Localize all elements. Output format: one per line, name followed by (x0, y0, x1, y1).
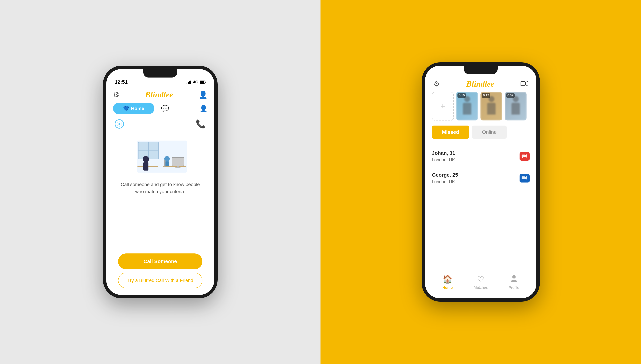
notch-right (464, 66, 498, 74)
status-icons-left: 4G (187, 80, 206, 84)
call-item-george[interactable]: George, 25 London, UK (432, 167, 530, 189)
right-panel: ⚙ Blindlee + (320, 0, 641, 364)
right-phone-screen: ⚙ Blindlee + (425, 66, 536, 298)
story-2-time: 0:12 (482, 93, 490, 98)
buttons-area-left: Call Someone Try a Blurred Call With a F… (106, 250, 214, 295)
online-tab[interactable]: Online (472, 126, 507, 139)
nav-tabs-left: 💙 Home 💬 👤 (106, 103, 214, 118)
home-tab[interactable]: 💙 Home (113, 103, 154, 114)
call-name-george: George, 25 (432, 172, 458, 178)
svg-rect-0 (187, 82, 187, 84)
messages-tab-icon[interactable]: 💬 (161, 105, 169, 112)
svg-rect-20 (164, 160, 165, 167)
call-someone-button[interactable]: Call Someone (118, 254, 202, 269)
app-logo-right: Blindlee (466, 79, 494, 88)
app-header-left: ⚙ Blindlee 👤 (106, 88, 214, 103)
call-item-johan[interactable]: Johan, 31 London, UK (432, 146, 530, 167)
story-3-silhouette (510, 96, 522, 116)
call-info-johan: Johan, 31 London, UK (432, 150, 455, 162)
call-name-johan: Johan, 31 (432, 150, 455, 156)
story-1-silhouette (461, 96, 473, 116)
gear-icon-right[interactable]: ⚙ (434, 80, 440, 88)
matches-nav-icon: ♡ (477, 274, 484, 284)
call-location-johan: London, UK (432, 157, 455, 162)
left-phone-screen: 12:51 4G (106, 69, 214, 295)
profile-nav-label: Profile (509, 286, 519, 290)
home-nav-label: Home (442, 286, 453, 290)
svg-rect-1 (188, 82, 189, 84)
stories-row: + 0:10 (425, 92, 536, 126)
radar-icon[interactable] (115, 119, 124, 128)
svg-marker-22 (526, 81, 528, 86)
home-tab-label: Home (131, 106, 144, 111)
story-thumb-1[interactable]: 0:10 (456, 92, 478, 120)
call-list: Johan, 31 London, UK (425, 144, 536, 191)
matches-nav-label: Matches (474, 285, 488, 290)
illustration-svg (133, 137, 191, 176)
svg-rect-16 (177, 166, 179, 167)
bottom-nav-home[interactable]: 🏠 Home (442, 274, 453, 290)
phone-left: 12:51 4G (103, 66, 218, 298)
call-info-george: George, 25 London, UK (432, 172, 458, 184)
app-logo-left: Blindlee (145, 90, 173, 99)
svg-rect-15 (172, 158, 184, 166)
silhouette-body-3 (511, 103, 520, 114)
notch-left (143, 69, 177, 78)
profile-icon-left[interactable]: 👤 (199, 90, 207, 99)
svg-rect-6 (205, 82, 206, 82)
bottom-nav-matches[interactable]: ♡ Matches (474, 274, 488, 290)
silhouette-body-2 (487, 103, 496, 114)
svg-rect-21 (521, 82, 525, 86)
incoming-call-icon-george (520, 174, 530, 182)
video-camera-icon (521, 81, 528, 86)
radar-ring-inner (117, 122, 122, 126)
battery-icon (200, 80, 206, 84)
svg-rect-3 (190, 80, 191, 84)
profile-nav-icon (510, 274, 518, 284)
left-panel: 12:51 4G (0, 0, 320, 364)
app-header-right: ⚙ Blindlee (425, 78, 536, 92)
svg-point-28 (512, 275, 516, 278)
video-icon-right[interactable] (521, 80, 528, 88)
tabs-row-right: Missed Online (425, 126, 536, 144)
illustration-area: Call someone and get to know people who … (106, 134, 214, 202)
story-1-time: 0:10 (457, 93, 466, 98)
profile-person-icon (510, 274, 518, 282)
svg-rect-17 (175, 167, 180, 168)
story-thumb-3[interactable]: 0:09 (505, 92, 527, 120)
incoming-video-icon (522, 176, 528, 181)
call-history-icon[interactable]: 📞 (196, 119, 206, 129)
bottom-nav-right: 🏠 Home ♡ Matches (425, 269, 536, 298)
silhouette-body-1 (463, 103, 471, 114)
svg-rect-13 (143, 162, 148, 170)
svg-rect-5 (200, 81, 204, 83)
bottom-nav-profile[interactable]: Profile (509, 274, 519, 290)
svg-rect-2 (189, 81, 190, 84)
heart-home-icon: 💙 (123, 106, 129, 111)
missed-video-icon (522, 154, 528, 159)
story-2-silhouette (485, 96, 497, 116)
network-label: 4G (193, 80, 198, 84)
blurred-call-button[interactable]: Try a Blurred Call With a Friend (118, 273, 202, 288)
illustration-caption: Call someone and get to know people who … (116, 181, 204, 195)
illustration-box (133, 137, 187, 174)
svg-rect-26 (522, 176, 525, 179)
signal-icon (187, 80, 192, 84)
phone-right: ⚙ Blindlee + (422, 62, 540, 302)
plus-icon: + (440, 101, 445, 111)
time-left: 12:51 (115, 79, 128, 85)
story-3-time: 0:09 (506, 93, 515, 98)
action-row-left: 📞 (106, 118, 214, 134)
gear-icon-left[interactable]: ⚙ (113, 90, 119, 99)
user-tab-icon[interactable]: 👤 (200, 105, 207, 112)
svg-marker-27 (525, 176, 527, 180)
story-thumb-2[interactable]: 0:12 (480, 92, 502, 120)
svg-point-12 (143, 156, 149, 162)
missed-tab[interactable]: Missed (432, 126, 469, 139)
add-story-button[interactable]: + (432, 92, 454, 120)
call-location-george: London, UK (432, 179, 458, 184)
missed-call-icon-johan (520, 152, 530, 160)
home-nav-icon: 🏠 (442, 274, 453, 284)
